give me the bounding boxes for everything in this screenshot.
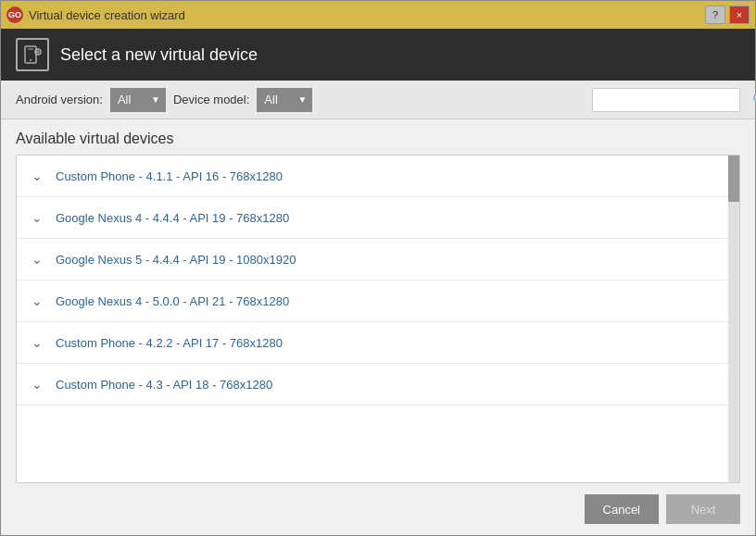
section-title: Available virtual devices [1, 119, 755, 155]
list-item[interactable]: ⌄ Google Nexus 5 - 4.4.4 - API 19 - 1080… [17, 239, 739, 280]
device-name: Google Nexus 4 - 4.4.4 - API 19 - 768x12… [56, 211, 289, 225]
footer: Cancel Next [1, 483, 755, 535]
close-button[interactable]: × [729, 6, 750, 24]
search-input[interactable] [597, 93, 752, 106]
cancel-button[interactable]: Cancel [585, 494, 659, 524]
list-item[interactable]: ⌄ Custom Phone - 4.2.2 - API 17 - 768x12… [17, 322, 739, 364]
chevron-down-icon: ⌄ [32, 210, 46, 225]
device-name: Custom Phone - 4.2.2 - API 17 - 768x1280 [56, 336, 283, 350]
content-area: Available virtual devices ⌄ Custom Phone… [1, 119, 755, 483]
title-bar: GO Virtual device creation wizard ? × [1, 1, 755, 29]
device-model-label: Device model: [173, 93, 249, 106]
wizard-window: GO Virtual device creation wizard ? × Se… [0, 0, 756, 536]
scrollbar[interactable] [728, 156, 739, 482]
chevron-down-icon: ⌄ [32, 293, 46, 308]
android-version-label: Android version: [16, 93, 103, 106]
list-item[interactable]: ⌄ Google Nexus 4 - 5.0.0 - API 21 - 768x… [17, 280, 739, 322]
device-name: Google Nexus 5 - 4.4.4 - API 19 - 1080x1… [56, 253, 296, 267]
chevron-down-icon: ⌄ [32, 377, 46, 392]
device-list: ⌄ Custom Phone - 4.1.1 - API 16 - 768x12… [17, 156, 739, 405]
device-name: Google Nexus 4 - 5.0.0 - API 21 - 768x12… [56, 294, 289, 308]
android-version-select-wrapper[interactable]: All ▼ [110, 88, 166, 112]
chevron-down-icon: ⌄ [32, 252, 46, 267]
device-name: Custom Phone - 4.3 - API 18 - 768x1280 [56, 378, 272, 392]
help-button[interactable]: ? [705, 6, 725, 24]
scrollbar-thumb[interactable] [728, 156, 739, 202]
search-wrapper: 🔍 [592, 88, 740, 112]
toolbar: Android version: All ▼ Device model: All… [1, 81, 755, 119]
device-model-select[interactable]: All [257, 88, 312, 112]
title-bar-left: GO Virtual device creation wizard [6, 6, 185, 23]
list-item[interactable]: ⌄ Custom Phone - 4.3 - API 18 - 768x1280 [17, 364, 739, 405]
title-bar-controls: ? × [705, 6, 750, 24]
search-icon[interactable]: 🔍 [752, 93, 756, 107]
wizard-title: Select a new virtual device [60, 45, 258, 65]
list-item[interactable]: ⌄ Google Nexus 4 - 4.4.4 - API 19 - 768x… [17, 197, 739, 239]
next-button[interactable]: Next [666, 494, 740, 524]
virtual-device-icon [16, 38, 49, 71]
chevron-down-icon: ⌄ [32, 168, 46, 183]
window-title: Virtual device creation wizard [29, 8, 185, 22]
app-icon: GO [6, 6, 23, 23]
device-list-container: ⌄ Custom Phone - 4.1.1 - API 16 - 768x12… [16, 155, 740, 483]
android-version-select[interactable]: All [110, 88, 166, 112]
list-item[interactable]: ⌄ Custom Phone - 4.1.1 - API 16 - 768x12… [17, 156, 739, 197]
svg-point-1 [30, 59, 32, 61]
chevron-down-icon: ⌄ [32, 335, 46, 350]
device-model-select-wrapper[interactable]: All ▼ [257, 88, 312, 112]
device-name: Custom Phone - 4.1.1 - API 16 - 768x1280 [56, 169, 283, 183]
wizard-header: Select a new virtual device [1, 29, 755, 81]
